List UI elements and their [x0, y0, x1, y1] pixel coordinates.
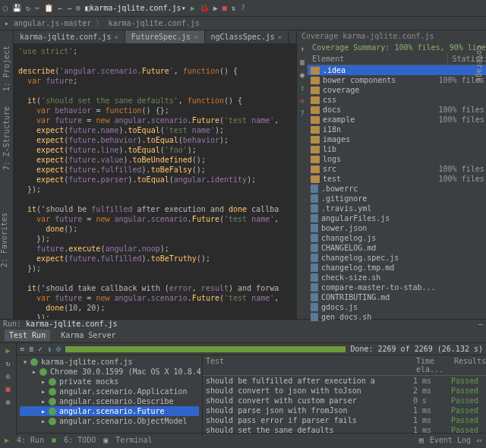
- help2-icon[interactable]: ?: [300, 109, 305, 118]
- coverage-row[interactable]: changelog.js: [308, 233, 486, 243]
- coverage-row[interactable]: .bowerrc: [308, 184, 486, 194]
- coverage-row[interactable]: test100% files, 98% lines covered: [308, 174, 486, 184]
- coverage-row[interactable]: bower_components100% files, 43% lines co…: [308, 75, 486, 85]
- coverage-row[interactable]: css: [308, 95, 486, 105]
- test-tree-node[interactable]: ▸ angular.scenario.Future: [20, 406, 199, 416]
- status-terminal[interactable]: Terminal: [115, 436, 152, 444]
- coverage-row[interactable]: .travis.yml: [308, 203, 486, 213]
- close-icon[interactable]: ✕: [300, 96, 305, 105]
- save-icon[interactable]: 💾: [12, 4, 21, 12]
- coverage-toolwindow-tab[interactable]: Coverage: [475, 46, 484, 82]
- paste-icon[interactable]: 📋: [44, 4, 53, 12]
- coverage-row[interactable]: CHANGELOG.md: [308, 243, 486, 253]
- toggle-autorun-icon[interactable]: ⊙: [5, 372, 10, 380]
- coverage-row[interactable]: angularFiles.js: [308, 213, 486, 223]
- coverage-row[interactable]: docs100% files, 7% lines covered: [308, 105, 486, 115]
- test-tree[interactable]: ▾ karma-jqlite.conf.js▸ Chrome 30.0.1599…: [17, 355, 203, 435]
- coverage-row[interactable]: lib: [308, 144, 486, 154]
- file-icon: [311, 273, 318, 282]
- test-result-row[interactable]: should parse json with fromJson1 msPasse…: [203, 405, 486, 415]
- close-tab-icon[interactable]: ×: [194, 33, 197, 41]
- coverage-row[interactable]: check-size.sh: [308, 273, 486, 282]
- tab-test-run[interactable]: Test Run: [5, 330, 50, 341]
- run-status-icon[interactable]: ▶: [5, 436, 9, 444]
- run-config-dropdown[interactable]: ◧ karma-jqlite.conf.js ▾: [85, 4, 185, 12]
- debug2-icon[interactable]: ▶: [213, 4, 218, 12]
- pin-icon[interactable]: ⊗: [5, 398, 10, 406]
- coverage-tree[interactable]: .ideabower_components100% files, 43% lin…: [308, 65, 486, 322]
- coverage-row[interactable]: gdocs.js: [308, 302, 486, 312]
- collapse-icon[interactable]: ≡: [20, 345, 24, 353]
- editor-tab[interactable]: karma-jqlite.conf.js×: [14, 30, 125, 43]
- coverage-row[interactable]: changelog.spec.js: [308, 253, 486, 263]
- autoscroll-icon[interactable]: ◉: [300, 71, 305, 79]
- test-result-row[interactable]: should set the sane defaults1 msPassed: [203, 425, 486, 435]
- flatten-icon[interactable]: ▥: [300, 58, 305, 66]
- file-icon: [311, 303, 318, 311]
- test-tree-node[interactable]: ▸ private mocks: [20, 377, 199, 386]
- test-tree-node[interactable]: ▸ angular.scenario.Application: [20, 386, 199, 396]
- project-toolwindow-tab[interactable]: 1: Project: [2, 46, 11, 91]
- coverage-row[interactable]: logs: [308, 154, 486, 164]
- test-tree-node[interactable]: ▸ angular.scenario.Describe: [20, 396, 199, 406]
- close-tab-icon[interactable]: ×: [114, 33, 118, 41]
- help-icon[interactable]: ?: [241, 4, 245, 12]
- stop2-icon[interactable]: ■: [5, 385, 10, 393]
- status-run[interactable]: 4: Run: [17, 436, 44, 444]
- coverage-row[interactable]: bower.json: [308, 223, 486, 233]
- play-icon[interactable]: ▶: [191, 4, 195, 12]
- export-icon[interactable]: ↧: [300, 84, 305, 92]
- terminal-icon[interactable]: ▣: [103, 436, 108, 444]
- expand-icon[interactable]: ≣: [29, 345, 33, 353]
- coverage-row[interactable]: .idea: [308, 65, 486, 75]
- test-result-row[interactable]: should be fulfilled after execution a1 m…: [203, 376, 486, 386]
- breadcrumb-file[interactable]: karma-jqlite.conf.js: [108, 19, 199, 27]
- main-toolbar: ▢ 💾 ↻ ✂ 📋 ← → ⚙ ◧ karma-jqlite.conf.js ▾…: [0, 0, 486, 17]
- refresh-icon[interactable]: ↻: [26, 4, 30, 12]
- stop-icon[interactable]: ■: [222, 4, 227, 12]
- editor-tab[interactable]: ngClassSpec.js×: [205, 30, 289, 43]
- coverage-row[interactable]: CONTRIBUTING.md: [308, 292, 486, 302]
- status-eventlog[interactable]: Event Log: [430, 436, 471, 444]
- eventlog-icon[interactable]: ▤: [419, 436, 424, 444]
- vcs-icon[interactable]: ⇅: [232, 4, 236, 12]
- coverage-row[interactable]: example100% files, 100% lines covered: [308, 115, 486, 125]
- filter-icon[interactable]: ✓: [38, 345, 43, 353]
- folder-icon: [311, 166, 320, 173]
- test-tree-node[interactable]: ▸ Chrome 30.0.1599 (Mac OS X 10.8.4): [20, 367, 199, 377]
- breadcrumb-project[interactable]: angular.js-master: [14, 19, 91, 27]
- coverage-row[interactable]: src100% files, 94% lines covered: [308, 164, 486, 174]
- coverage-row[interactable]: coverage: [308, 85, 486, 95]
- back-icon[interactable]: ←: [58, 4, 62, 12]
- debug-icon[interactable]: 🐞: [200, 4, 209, 12]
- structure-toolwindow-tab[interactable]: 7: Z-Structure: [2, 106, 11, 170]
- test-tree-node[interactable]: ▸ angular.scenario.ObjectModel: [20, 416, 199, 426]
- test-result-row[interactable]: should convert with custom parser0 sPass…: [203, 396, 486, 405]
- close-tab-icon[interactable]: ×: [278, 33, 282, 41]
- rerun-icon[interactable]: ▶: [5, 346, 10, 355]
- up-icon[interactable]: ↑: [300, 45, 305, 53]
- open-icon[interactable]: ▢: [3, 4, 8, 12]
- code-editor[interactable]: 'use strict'; describe('angular.scenario…: [14, 43, 296, 319]
- rerun-failed-icon[interactable]: ↻: [5, 359, 10, 368]
- build-icon[interactable]: ⚙: [76, 4, 80, 12]
- lock-icon[interactable]: ▭: [477, 436, 481, 444]
- pass-icon: [49, 408, 56, 415]
- test-result-row[interactable]: should pass error if parser fails1 msPas…: [203, 415, 486, 425]
- coverage-row[interactable]: compare-master-to-stab...: [308, 282, 486, 292]
- minimize-icon[interactable]: –: [478, 320, 483, 328]
- editor-tab[interactable]: FutureSpec.js×: [125, 30, 205, 43]
- favorites-toolwindow-tab[interactable]: 2: Favorites: [0, 213, 8, 267]
- tab-karma-server[interactable]: Karma Server: [56, 330, 120, 341]
- cut-icon[interactable]: ✂: [35, 4, 39, 12]
- sort-icon[interactable]: ↕: [47, 345, 52, 353]
- coverage-row[interactable]: changelog.tmp.md: [308, 263, 486, 273]
- test-tree-node[interactable]: ▾ karma-jqlite.conf.js: [20, 357, 199, 367]
- gear-icon[interactable]: ⚙: [56, 345, 61, 353]
- coverage-row[interactable]: i18n: [308, 125, 486, 134]
- coverage-row[interactable]: .gitignore: [308, 194, 486, 203]
- forward-icon[interactable]: →: [67, 4, 71, 12]
- status-todo[interactable]: 6: TODO: [64, 436, 96, 444]
- test-result-row[interactable]: should convert to json with toJson2 msPa…: [203, 386, 486, 396]
- coverage-row[interactable]: images: [308, 134, 486, 144]
